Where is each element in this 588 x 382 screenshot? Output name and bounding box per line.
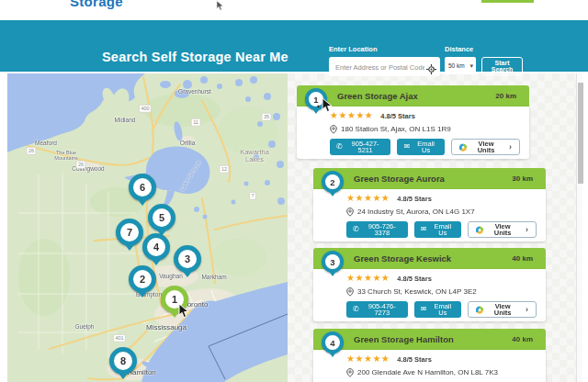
map-marker[interactable]: 1: [161, 286, 188, 313]
brand-mark-icon: [476, 226, 483, 234]
listing-card-body: ★★★★★ 4.8/5 Stars 24 Industry St, Aurora…: [313, 189, 546, 242]
location-input-wrap: [329, 57, 440, 76]
distance-selected-value: 50 km: [448, 62, 465, 69]
listing-card[interactable]: 4 Green Storage Hamilton 40 km ★★★★★ 4.8…: [313, 329, 546, 382]
listing-distance: 20 km: [495, 92, 516, 100]
phone-icon: ✆: [353, 226, 359, 233]
distance-label: Distance: [445, 45, 476, 53]
chevron-right-icon: ›: [509, 143, 512, 152]
header-accent-button: [481, 0, 534, 3]
phone-number: 905-427-5211: [346, 140, 385, 154]
email-button[interactable]: ✉ Email Us: [397, 139, 445, 155]
listing-address: 33 Church St, Keswick, ON L4P 3E2: [357, 287, 477, 296]
email-label: Email Us: [413, 140, 438, 154]
map-marker-number: 8: [120, 355, 126, 366]
phone-number: 905-726-3378: [363, 223, 401, 237]
listing-distance: 30 km: [512, 174, 533, 183]
listing-distance: 40 km: [512, 335, 533, 343]
chevron-right-icon: ›: [526, 226, 528, 234]
start-search-button[interactable]: Start Search: [481, 57, 523, 75]
view-units-button[interactable]: View Units ›: [451, 139, 520, 155]
road-badge: 400: [139, 105, 152, 113]
listing-card[interactable]: 1 Green Storage Ajax 20 km ★★★★★ 4.8/5 S…: [297, 85, 529, 159]
map-marker[interactable]: 2: [129, 265, 156, 293]
listing-card-header: Green Storage Aurora 30 km: [313, 168, 546, 189]
star-rating-icons: ★★★★★: [346, 194, 390, 203]
location-pin-icon: [346, 368, 354, 377]
hero-banner: Search Self Storage Near Me Enter Locati…: [0, 20, 588, 72]
email-button[interactable]: ✉ Email Us: [414, 221, 461, 238]
chevron-right-icon: ›: [526, 306, 528, 314]
map-marker[interactable]: 3: [174, 245, 201, 273]
email-icon: ✉: [403, 143, 410, 151]
location-pin-icon: [330, 125, 337, 134]
phone-button[interactable]: ✆ 905-726-3378: [346, 221, 408, 238]
view-units-label: View Units: [487, 303, 518, 317]
listing-name: Green Storage Ajax: [337, 91, 418, 101]
listing-card-body: ★★★★★ 4.8/5 Stars 33 Church St, Keswick,…: [313, 269, 546, 321]
chevron-down-icon: ▾: [469, 62, 473, 69]
brand-logo[interactable]: Storage: [70, 0, 123, 9]
listing-card-header: Green Storage Hamilton 40 km: [313, 329, 546, 350]
listing-number: 3: [330, 257, 334, 267]
view-units-button[interactable]: View Units ›: [468, 301, 537, 318]
map-marker[interactable]: 5: [148, 204, 175, 231]
scrollbar-track[interactable]: [576, 73, 582, 382]
brand-mark-icon: [459, 143, 467, 152]
email-icon: ✉: [421, 226, 427, 233]
map-marker[interactable]: 4: [142, 233, 170, 261]
view-units-label: View Units: [470, 140, 502, 154]
map-marker-number: 1: [172, 294, 177, 305]
road-badge: 12: [219, 165, 229, 174]
rating-text: 4.8/5 Stars: [397, 195, 432, 203]
map-marker-number: 4: [153, 242, 159, 253]
phone-icon: ✆: [353, 306, 359, 313]
map-marker-number: 3: [185, 253, 190, 264]
view-units-label: View Units: [487, 223, 518, 237]
scrollbar-thumb[interactable]: [578, 83, 583, 184]
map-marker-number: 6: [140, 182, 145, 193]
star-rating-icons: ★★★★★: [330, 111, 373, 120]
map-terrain: [7, 73, 288, 382]
listing-card[interactable]: 2 Green Storage Aurora 30 km ★★★★★ 4.8/5…: [313, 168, 546, 242]
location-pin-icon: [346, 208, 354, 217]
road-badge: 26: [75, 161, 85, 169]
rating-text: 4.8/5 Stars: [397, 355, 432, 364]
listing-number-pin: 3: [322, 251, 344, 273]
listing-card[interactable]: 3 Green Storage Keswick 40 km ★★★★★ 4.8/…: [313, 248, 546, 321]
distance-field-group: Distance 50 km ▾: [445, 45, 476, 74]
star-rating-icons: ★★★★★: [346, 274, 390, 283]
rating-text: 4.8/5 Stars: [397, 275, 432, 283]
listing-number-pin: 1: [305, 88, 327, 110]
map-marker[interactable]: 7: [116, 219, 143, 246]
listing-number: 4: [330, 338, 334, 348]
map-canvas[interactable]: MeafordThe Blue MountainsCollingwoodMidl…: [7, 73, 288, 382]
view-units-button[interactable]: View Units ›: [468, 221, 537, 238]
location-field-group: Enter Location: [329, 45, 440, 76]
phone-button[interactable]: ✆ 905-427-5211: [330, 139, 390, 155]
email-button[interactable]: ✉ Email Us: [414, 301, 461, 318]
listing-number: 1: [313, 95, 318, 105]
map-marker[interactable]: 6: [129, 174, 156, 201]
listing-number-pin: 2: [322, 171, 344, 193]
brand-mark-icon: [476, 306, 483, 314]
listing-name: Green Storage Keswick: [354, 253, 451, 264]
road-badge: 401: [113, 334, 126, 343]
email-icon: ✉: [421, 306, 427, 313]
listing-card-header: Green Storage Keswick 40 km: [313, 248, 546, 269]
listing-card-body: ★★★★★ 4.8/5 Stars 200 Glendale Ave N Ham…: [313, 350, 546, 382]
phone-number: 905-476-7273: [363, 303, 401, 317]
map-marker[interactable]: 8: [109, 347, 137, 375]
locate-target-icon[interactable]: [426, 62, 436, 78]
rating-text: 4.8/5 Stars: [380, 112, 415, 120]
map-marker-number: 2: [140, 274, 145, 285]
listing-card-header: Green Storage Ajax 20 km: [297, 85, 529, 107]
distance-select[interactable]: 50 km ▾: [445, 57, 476, 74]
star-rating-icons: ★★★★★: [346, 354, 390, 364]
listing-distance: 40 km: [512, 254, 533, 263]
road-badge: 26: [26, 147, 36, 155]
map-marker-number: 7: [127, 227, 132, 238]
location-input[interactable]: [329, 58, 440, 77]
listing-address: 180 Station St, Ajax, ON L1S 1R9: [341, 125, 451, 133]
phone-button[interactable]: ✆ 905-476-7273: [346, 301, 408, 318]
